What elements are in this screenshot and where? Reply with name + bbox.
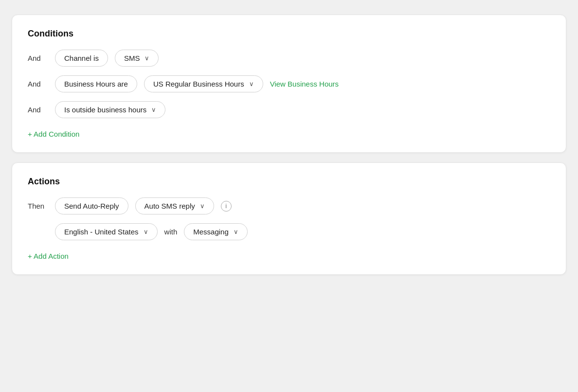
sms-dropdown[interactable]: SMS ∨ [115, 50, 159, 67]
condition-label-2: And [28, 80, 48, 88]
with-label: with [164, 228, 178, 236]
conditions-card: Conditions And Channel is SMS ∨ And Busi… [12, 15, 566, 153]
add-condition-button[interactable]: + Add Condition [28, 130, 79, 138]
language-dropdown[interactable]: English - United States ∨ [55, 223, 158, 240]
condition-row-2: And Business Hours are US Regular Busine… [28, 75, 550, 92]
business-hours-are-pill: Business Hours are [55, 75, 137, 92]
channel-is-pill: Channel is [55, 50, 108, 67]
condition-label-1: And [28, 54, 48, 62]
messaging-chevron-icon: ∨ [234, 228, 238, 235]
actions-title: Actions [28, 177, 550, 187]
condition-row-3: And Is outside business hours ∨ [28, 101, 550, 118]
language-chevron-icon: ∨ [144, 228, 148, 235]
action-row-1: Then Send Auto-Reply Auto SMS reply ∨ i [28, 197, 550, 214]
sms-chevron-icon: ∨ [144, 54, 149, 62]
auto-sms-chevron-icon: ∨ [200, 202, 205, 210]
outside-hours-chevron-icon: ∨ [151, 106, 156, 113]
send-auto-reply-pill: Send Auto-Reply [55, 197, 128, 214]
add-action-button[interactable]: + Add Action [28, 252, 69, 260]
info-icon: i [221, 201, 232, 212]
view-business-hours-link[interactable]: View Business Hours [270, 80, 339, 88]
condition-row-1: And Channel is SMS ∨ [28, 50, 550, 67]
business-hours-chevron-icon: ∨ [249, 80, 254, 88]
action-sub-row: English - United States ∨ with Messaging… [55, 223, 550, 240]
messaging-dropdown[interactable]: Messaging ∨ [184, 223, 248, 240]
auto-sms-reply-dropdown[interactable]: Auto SMS reply ∨ [135, 197, 214, 214]
business-hours-dropdown[interactable]: US Regular Business Hours ∨ [144, 75, 263, 92]
condition-label-3: And [28, 106, 48, 114]
then-label: Then [28, 202, 48, 210]
conditions-title: Conditions [28, 29, 550, 39]
actions-card: Actions Then Send Auto-Reply Auto SMS re… [12, 162, 566, 275]
outside-hours-dropdown[interactable]: Is outside business hours ∨ [55, 101, 165, 118]
